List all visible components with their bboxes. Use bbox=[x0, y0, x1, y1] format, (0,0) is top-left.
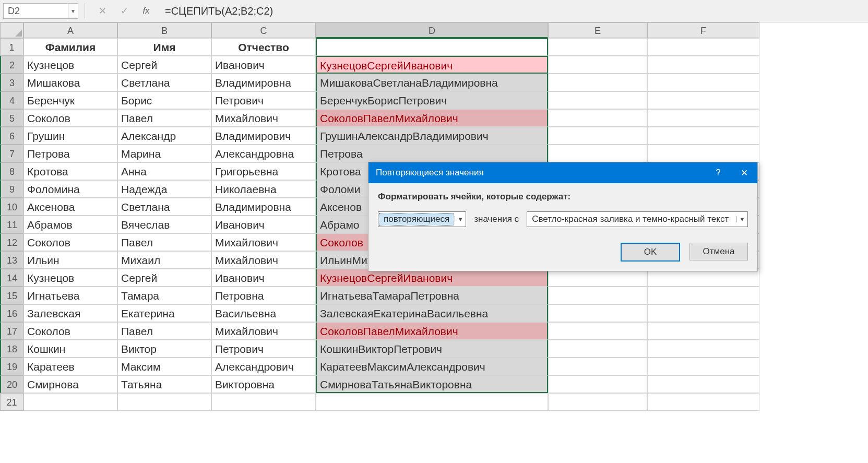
cell[interactable] bbox=[647, 375, 759, 393]
row-header-3[interactable]: 3 bbox=[0, 74, 23, 91]
column-header-F[interactable]: F bbox=[647, 22, 759, 38]
row-header-1[interactable]: 1 bbox=[0, 38, 23, 56]
cell[interactable]: БеренчукБорисПетрович bbox=[316, 91, 548, 109]
row-header-11[interactable]: 11 bbox=[0, 216, 23, 233]
cell[interactable]: Татьяна bbox=[117, 375, 211, 393]
cell[interactable]: КошкинВикторПетрович bbox=[316, 340, 548, 358]
row-header-14[interactable]: 14 bbox=[0, 269, 23, 287]
cell[interactable]: СоколовПавелМихайлович bbox=[316, 322, 548, 340]
cell[interactable]: Александровна bbox=[211, 145, 316, 162]
cancel-icon[interactable]: ✕ bbox=[94, 4, 110, 18]
row-header-9[interactable]: 9 bbox=[0, 180, 23, 198]
cell[interactable]: Павел bbox=[117, 233, 211, 251]
cell[interactable]: Иванович bbox=[211, 269, 316, 287]
help-icon[interactable]: ? bbox=[705, 168, 731, 178]
cell[interactable]: СмирноваТатьянаВикторовна bbox=[316, 375, 548, 393]
cell[interactable]: ГрушинАлександрВладимирович bbox=[316, 127, 548, 145]
cell[interactable] bbox=[548, 127, 647, 145]
cell[interactable] bbox=[23, 393, 117, 411]
cell[interactable]: Иванович bbox=[211, 216, 316, 233]
cell[interactable]: Петрович bbox=[211, 91, 316, 109]
column-header-C[interactable]: C bbox=[211, 22, 316, 38]
fx-icon[interactable]: fx bbox=[138, 4, 154, 18]
column-header-D[interactable]: D bbox=[316, 22, 548, 38]
cell[interactable] bbox=[647, 304, 759, 322]
cell[interactable] bbox=[647, 109, 759, 127]
row-header-5[interactable]: 5 bbox=[0, 109, 23, 127]
row-header-12[interactable]: 12 bbox=[0, 233, 23, 251]
cell[interactable]: МишаковаСветланаВладимировна bbox=[316, 74, 548, 91]
row-header-20[interactable]: 20 bbox=[0, 375, 23, 393]
cell[interactable]: Соколов bbox=[23, 322, 117, 340]
cell[interactable]: Павел bbox=[117, 322, 211, 340]
cell[interactable] bbox=[647, 145, 759, 162]
cell[interactable]: Виктор bbox=[117, 340, 211, 358]
row-header-10[interactable]: 10 bbox=[0, 198, 23, 216]
cell[interactable]: КузнецовСергейИванович bbox=[316, 56, 548, 74]
cell[interactable]: Владимировна bbox=[211, 74, 316, 91]
cell[interactable]: Марина bbox=[117, 145, 211, 162]
cell[interactable] bbox=[548, 145, 647, 162]
cell[interactable]: Залевская bbox=[23, 304, 117, 322]
formula-input[interactable]: =СЦЕПИТЬ(A2;B2;C2) bbox=[165, 5, 868, 17]
cell[interactable]: Максим bbox=[117, 358, 211, 375]
cell[interactable]: Михаил bbox=[117, 251, 211, 269]
select-all-corner[interactable] bbox=[0, 22, 23, 38]
cell[interactable] bbox=[548, 74, 647, 91]
column-header-E[interactable]: E bbox=[548, 22, 647, 38]
cell[interactable]: Абрамов bbox=[23, 216, 117, 233]
condition-select[interactable]: повторяющиеся ▼ bbox=[378, 211, 466, 227]
cell[interactable]: КаратеевМаксимАлександрович bbox=[316, 358, 548, 375]
cell[interactable]: Борис bbox=[117, 91, 211, 109]
row-header-17[interactable]: 17 bbox=[0, 322, 23, 340]
cell[interactable] bbox=[316, 38, 548, 56]
cell[interactable] bbox=[647, 358, 759, 375]
cell[interactable] bbox=[548, 269, 647, 287]
row-header-15[interactable]: 15 bbox=[0, 287, 23, 304]
cell[interactable]: Кузнецов bbox=[23, 56, 117, 74]
cell[interactable] bbox=[548, 393, 647, 411]
cell[interactable]: Михайлович bbox=[211, 251, 316, 269]
enter-icon[interactable]: ✓ bbox=[116, 4, 132, 18]
cell[interactable]: Петровна bbox=[211, 287, 316, 304]
cell[interactable] bbox=[548, 56, 647, 74]
cell[interactable]: Иванович bbox=[211, 56, 316, 74]
cell[interactable]: Владимировна bbox=[211, 198, 316, 216]
cell[interactable]: Кошкин bbox=[23, 340, 117, 358]
column-header-A[interactable]: A bbox=[23, 22, 117, 38]
cell[interactable]: Владимирович bbox=[211, 127, 316, 145]
cell[interactable]: Тамара bbox=[117, 287, 211, 304]
cell[interactable]: Петрова bbox=[23, 145, 117, 162]
cell[interactable]: Вячеслав bbox=[117, 216, 211, 233]
cell[interactable]: Михайлович bbox=[211, 322, 316, 340]
name-box-dropdown[interactable]: ▼ bbox=[68, 3, 78, 19]
cell[interactable] bbox=[548, 322, 647, 340]
column-header-B[interactable]: B bbox=[117, 22, 211, 38]
cell[interactable]: Александрович bbox=[211, 358, 316, 375]
row-header-8[interactable]: 8 bbox=[0, 162, 23, 180]
cell[interactable] bbox=[548, 340, 647, 358]
row-header-2[interactable]: 2 bbox=[0, 56, 23, 74]
cell[interactable]: КузнецовСергейИванович bbox=[316, 269, 548, 287]
cell[interactable]: ЗалевскаяЕкатеринаВасильевна bbox=[316, 304, 548, 322]
cell[interactable]: Анна bbox=[117, 162, 211, 180]
cell[interactable] bbox=[117, 393, 211, 411]
cell[interactable]: Петрович bbox=[211, 340, 316, 358]
cell[interactable] bbox=[647, 340, 759, 358]
cell[interactable] bbox=[647, 56, 759, 74]
cell[interactable]: Соколов bbox=[23, 233, 117, 251]
cell[interactable]: Надежда bbox=[117, 180, 211, 198]
row-header-7[interactable]: 7 bbox=[0, 145, 23, 162]
cell[interactable] bbox=[647, 38, 759, 56]
cell[interactable]: Смирнова bbox=[23, 375, 117, 393]
cell[interactable]: Екатерина bbox=[117, 304, 211, 322]
cell[interactable]: Кузнецов bbox=[23, 269, 117, 287]
cell[interactable]: Николаевна bbox=[211, 180, 316, 198]
cell[interactable] bbox=[548, 358, 647, 375]
cell[interactable]: Сергей bbox=[117, 269, 211, 287]
cell[interactable] bbox=[211, 393, 316, 411]
cell[interactable] bbox=[548, 91, 647, 109]
close-icon[interactable]: ✕ bbox=[731, 168, 757, 179]
row-header-6[interactable]: 6 bbox=[0, 127, 23, 145]
cell[interactable]: Каратеев bbox=[23, 358, 117, 375]
